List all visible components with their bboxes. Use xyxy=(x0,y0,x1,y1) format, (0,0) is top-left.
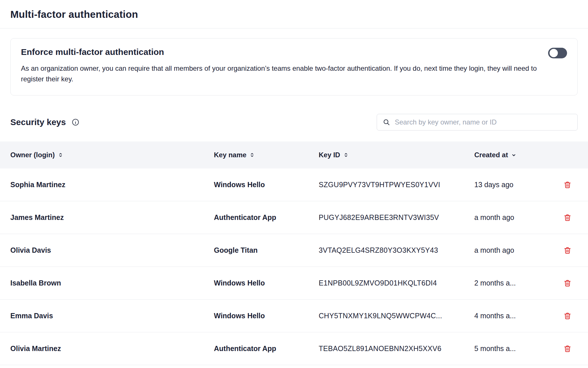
actions-cell xyxy=(557,343,578,354)
trash-icon xyxy=(564,279,571,287)
security-keys-table: Owner (login) Key name Key ID xyxy=(0,141,588,365)
trash-icon xyxy=(564,181,571,189)
actions-cell xyxy=(557,277,578,289)
owner-cell: Isabella Brown xyxy=(10,279,214,287)
key-id-cell: CHY5TNXMY1K9LNQ5WWCPW4C... xyxy=(319,312,474,320)
header-divider xyxy=(0,28,588,28)
enforce-card-title: Enforce multi-factor authentication xyxy=(21,47,164,57)
owner-cell: Olivia Martinez xyxy=(10,344,214,353)
page-title: Multi-factor authentication xyxy=(10,9,578,20)
key-id-cell: SZGU9PVY73VT9HTPWYES0Y1VVI xyxy=(319,181,474,189)
owner-cell: Emma Davis xyxy=(10,312,214,320)
security-keys-header: Security keys xyxy=(10,114,578,131)
key-id-cell: E1NPB00L9ZMVO9D01HKQLT6DI4 xyxy=(319,279,474,287)
trash-icon xyxy=(564,214,571,221)
key-id-cell: 3VTAQ2ELG4SRZ80Y3O3KXY5Y43 xyxy=(319,246,474,254)
table-header-row: Owner (login) Key name Key ID xyxy=(0,141,588,168)
column-header-created-at[interactable]: Created at xyxy=(474,151,557,159)
delete-key-button[interactable] xyxy=(562,277,573,289)
column-label-created-at: Created at xyxy=(474,151,508,159)
created-at-cell: a month ago xyxy=(474,213,557,222)
key-name-cell: Authenticator App xyxy=(214,344,319,353)
created-at-cell: a month ago xyxy=(474,246,557,254)
actions-cell xyxy=(557,245,578,256)
delete-key-button[interactable] xyxy=(562,212,573,223)
key-name-cell: Windows Hello xyxy=(214,312,319,320)
actions-cell xyxy=(557,179,578,190)
created-at-cell: 5 months a... xyxy=(474,344,557,353)
security-keys-title-wrap: Security keys xyxy=(10,117,80,127)
table-row: Isabella Brown Windows Hello E1NPB00L9ZM… xyxy=(0,267,588,300)
enforce-mfa-card: Enforce multi-factor authentication As a… xyxy=(10,38,578,95)
owner-cell: Sophia Martinez xyxy=(10,181,214,189)
delete-key-button[interactable] xyxy=(562,245,573,256)
delete-key-button[interactable] xyxy=(562,343,573,354)
table-row: Olivia Martinez Authenticator App TEBAO5… xyxy=(0,332,588,365)
key-name-cell: Google Titan xyxy=(214,246,319,254)
search-icon xyxy=(383,118,390,126)
sort-icon xyxy=(343,152,349,158)
key-id-cell: TEBAO5ZL891ANOEBNN2XH5XXV6 xyxy=(319,344,474,353)
sort-icon xyxy=(249,152,255,158)
trash-icon xyxy=(564,246,571,254)
key-name-cell: Authenticator App xyxy=(214,213,319,222)
owner-cell: Olivia Davis xyxy=(10,246,214,254)
security-keys-title: Security keys xyxy=(10,117,66,127)
enforce-mfa-toggle[interactable] xyxy=(548,48,567,58)
delete-key-button[interactable] xyxy=(562,179,573,190)
delete-key-button[interactable] xyxy=(562,310,573,321)
created-at-cell: 4 months a... xyxy=(474,312,557,320)
table-body: Sophia Martinez Windows Hello SZGU9PVY73… xyxy=(0,168,588,365)
key-name-cell: Windows Hello xyxy=(214,181,319,189)
actions-cell xyxy=(557,212,578,223)
chevron-down-icon xyxy=(511,152,517,158)
sort-icon xyxy=(58,152,63,158)
column-header-key-name[interactable]: Key name xyxy=(214,151,319,159)
enforce-card-description: As an organization owner, you can requir… xyxy=(21,63,538,84)
toggle-knob xyxy=(550,49,558,57)
actions-cell xyxy=(557,310,578,321)
column-label-owner: Owner (login) xyxy=(10,151,55,159)
column-label-key-name: Key name xyxy=(214,151,246,159)
mfa-settings-page: Multi-factor authentication Enforce mult… xyxy=(0,0,588,365)
key-id-cell: PUGYJ682E9ARBEE3RNTV3WI35V xyxy=(319,213,474,222)
search-input[interactable] xyxy=(394,118,572,126)
created-at-cell: 2 months a... xyxy=(474,279,557,287)
owner-cell: James Martinez xyxy=(10,213,214,222)
table-row: Olivia Davis Google Titan 3VTAQ2ELG4SRZ8… xyxy=(0,234,588,267)
table-row: James Martinez Authenticator App PUGYJ68… xyxy=(0,201,588,234)
column-header-owner[interactable]: Owner (login) xyxy=(10,151,214,159)
key-name-cell: Windows Hello xyxy=(214,279,319,287)
info-icon[interactable] xyxy=(71,118,80,126)
table-row: Sophia Martinez Windows Hello SZGU9PVY73… xyxy=(0,168,588,201)
table-row: Emma Davis Windows Hello CHY5TNXMY1K9LNQ… xyxy=(0,300,588,332)
search-box[interactable] xyxy=(377,114,578,131)
column-label-key-id: Key ID xyxy=(319,151,340,159)
trash-icon xyxy=(564,312,571,320)
enforce-card-head: Enforce multi-factor authentication xyxy=(21,47,567,58)
trash-icon xyxy=(564,345,571,352)
column-header-key-id[interactable]: Key ID xyxy=(319,151,474,159)
created-at-cell: 13 days ago xyxy=(474,181,557,189)
page-header: Multi-factor authentication xyxy=(0,0,588,20)
